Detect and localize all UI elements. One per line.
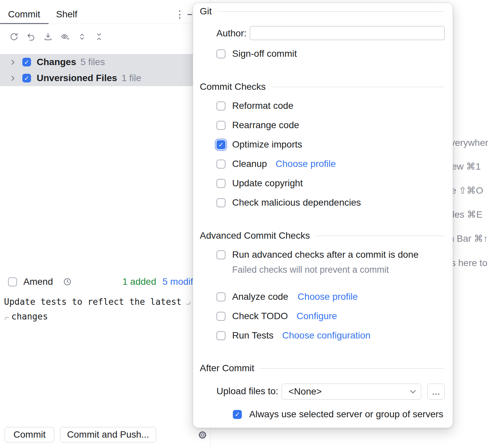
- section-rule: [217, 11, 444, 12]
- shelve-icon[interactable]: [43, 32, 53, 41]
- analyze-code-checkbox[interactable]: [216, 292, 225, 301]
- amend-checkbox[interactable]: [8, 277, 17, 286]
- always-use-server-row[interactable]: Always use selected server or group of s…: [233, 408, 443, 421]
- commit-message-line-1[interactable]: Update tests to reflect the latest: [4, 296, 181, 308]
- signoff-commit-checkbox[interactable]: [216, 49, 225, 58]
- more-options-icon[interactable]: ⋮: [175, 8, 185, 21]
- modified-count[interactable]: 5 modif: [162, 276, 193, 288]
- section-rule: [260, 368, 444, 369]
- rollback-icon[interactable]: [26, 32, 36, 41]
- checkbox-label: Always use selected server or group of s…: [249, 409, 443, 420]
- section-title: Commit Checks: [200, 81, 266, 92]
- tree-row-unversioned-files[interactable]: Unversioned Files 1 file: [0, 70, 210, 86]
- commit-and-push-button[interactable]: Commit and Push...: [60, 427, 156, 442]
- author-input[interactable]: [250, 26, 445, 40]
- tree-row-label: Unversioned Files: [37, 73, 117, 83]
- upload-target-value: <None>: [289, 386, 411, 397]
- cleanup-checkbox[interactable]: [216, 160, 225, 169]
- commit-message-line-2[interactable]: changes: [11, 310, 48, 322]
- tree-row-changes[interactable]: Changes 5 files: [0, 54, 210, 70]
- section-header-advanced-commit-checks: Advanced Commit Checks: [200, 230, 444, 242]
- checkbox-label: Reformat code: [232, 100, 294, 111]
- preview-diff-icon[interactable]: [60, 32, 70, 41]
- checkbox-label: Rearrange code: [232, 120, 299, 131]
- checkbox-label: Check malicious dependencies: [232, 197, 361, 208]
- commit-history-clock-icon[interactable]: [63, 277, 72, 286]
- run-tests-checkbox[interactable]: [216, 331, 225, 340]
- section-header-after-commit: After Commit: [200, 362, 444, 374]
- active-tab-underline: [0, 23, 49, 24]
- refresh-icon[interactable]: [9, 32, 19, 41]
- browse-servers-button[interactable]: ...: [427, 384, 445, 400]
- checkbox-label: Cleanup: [232, 159, 267, 169]
- checkbox-label: Sign-off commit: [232, 48, 297, 59]
- section-title: Git: [200, 6, 212, 17]
- tab-shelf[interactable]: Shelf: [56, 8, 77, 21]
- analyze-code-row[interactable]: Analyze code Choose profile: [216, 290, 358, 303]
- rearrange-code-row[interactable]: Rearrange code: [216, 119, 299, 132]
- upload-target-select[interactable]: <None>: [282, 384, 421, 400]
- tree-row-label: Changes: [37, 57, 76, 67]
- checkbox-label: Update copyright: [232, 178, 303, 189]
- soft-wrap-icon: [185, 298, 191, 308]
- update-copyright-row[interactable]: Update copyright: [216, 177, 303, 190]
- chevron-down-icon: [410, 388, 416, 394]
- hide-tool-window-icon[interactable]: [187, 14, 192, 15]
- analyze-choose-profile-link[interactable]: Choose profile: [298, 291, 358, 302]
- tree-row-count: 5 files: [80, 57, 105, 67]
- reformat-code-checkbox[interactable]: [216, 101, 225, 110]
- commit-toolbar: [9, 32, 104, 41]
- run-advanced-checks-hint: Failed checks will not prevent a commit: [232, 264, 389, 276]
- tree-row-count: 1 file: [121, 73, 141, 83]
- check-todo-checkbox[interactable]: [216, 312, 225, 321]
- commit-options-gear-icon[interactable]: [197, 430, 207, 440]
- section-header-git: Git: [200, 5, 444, 17]
- run-tests-row[interactable]: Run Tests Choose configuration: [216, 329, 371, 342]
- check-malicious-dependencies-row[interactable]: Check malicious dependencies: [216, 196, 361, 209]
- commit-options-popup: Git Author: Sign-off commit Commit Check…: [193, 3, 453, 428]
- checkbox-label: Optimize imports: [232, 139, 302, 150]
- changes-checkbox[interactable]: [22, 58, 31, 66]
- tab-commit[interactable]: Commit: [8, 8, 40, 21]
- expand-all-icon[interactable]: [77, 32, 87, 41]
- update-copyright-checkbox[interactable]: [216, 179, 225, 188]
- optimize-imports-checkbox[interactable]: [216, 140, 225, 149]
- reformat-code-row[interactable]: Reformat code: [216, 99, 294, 113]
- cleanup-row[interactable]: Cleanup Choose profile: [216, 157, 336, 171]
- upload-files-label: Upload files to:: [216, 385, 278, 398]
- configure-todo-link[interactable]: Configure: [297, 311, 337, 321]
- section-title: Advanced Commit Checks: [200, 230, 310, 241]
- commit-button[interactable]: Commit: [5, 427, 54, 442]
- always-use-server-checkbox[interactable]: [233, 410, 242, 419]
- amend-label[interactable]: Amend: [23, 276, 53, 288]
- author-label: Author:: [200, 27, 246, 40]
- added-count: 1 added: [122, 276, 156, 288]
- soft-wrap-icon: [4, 312, 10, 323]
- unversioned-files-checkbox[interactable]: [22, 74, 31, 82]
- signoff-commit-row[interactable]: Sign-off commit: [216, 47, 297, 60]
- choose-configuration-link[interactable]: Choose configuration: [282, 330, 371, 341]
- section-header-commit-checks: Commit Checks: [200, 81, 444, 93]
- check-todo-row[interactable]: Check TODO Configure: [216, 309, 337, 323]
- chevron-right-icon[interactable]: [9, 59, 15, 65]
- checkbox-label: Check TODO: [232, 311, 288, 321]
- collapse-all-icon[interactable]: [94, 32, 104, 41]
- section-rule: [271, 87, 444, 87]
- optimize-imports-row[interactable]: Optimize imports: [216, 138, 302, 151]
- run-advanced-checks-row[interactable]: Run advanced checks after a commit is do…: [216, 248, 419, 261]
- check-malicious-dependencies-checkbox[interactable]: [216, 198, 225, 207]
- section-title: After Commit: [200, 363, 254, 374]
- checkbox-label: Run advanced checks after a commit is do…: [232, 249, 419, 260]
- checkbox-label: Run Tests: [232, 330, 274, 341]
- rearrange-code-checkbox[interactable]: [216, 121, 225, 130]
- choose-profile-link[interactable]: Choose profile: [276, 159, 336, 169]
- run-advanced-checks-checkbox[interactable]: [216, 250, 225, 259]
- checkbox-label: Analyze code: [232, 291, 288, 302]
- section-rule: [315, 236, 444, 236]
- chevron-right-icon[interactable]: [9, 75, 15, 81]
